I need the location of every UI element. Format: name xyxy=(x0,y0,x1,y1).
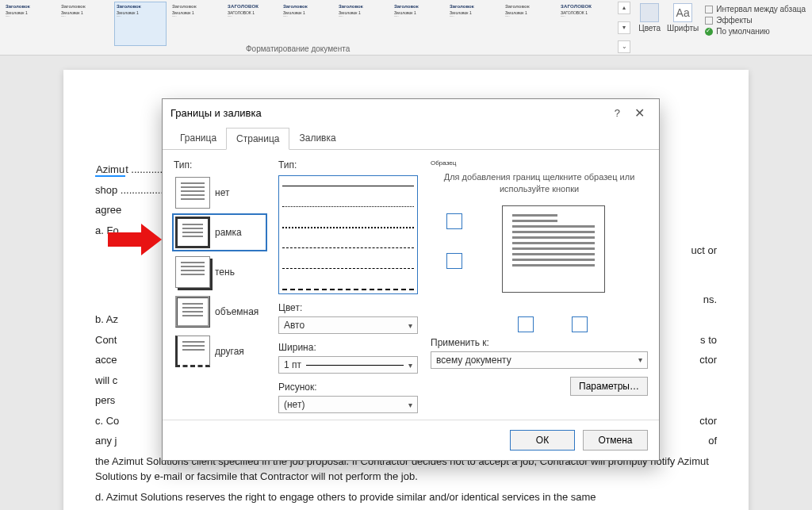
custom-icon xyxy=(175,336,210,367)
sample-hint: Для добавления границ щелкните образец и… xyxy=(431,171,648,196)
art-select[interactable]: (нет) xyxy=(278,396,418,413)
art-label: Рисунок: xyxy=(278,382,418,393)
style-card[interactable]: ЗаголовокЗаголовок 1····· xyxy=(336,2,389,46)
fonts-icon: Aa xyxy=(673,3,692,22)
style-column: Тип: Цвет: Авто Ширина: 1 пт Рисунок: ( xyxy=(278,159,418,413)
style-card[interactable]: ЗаголовокЗаголовок 1····· xyxy=(114,2,167,46)
setting-box[interactable]: рамка xyxy=(174,215,266,250)
style-card[interactable]: ЗАГОЛОВОКЗАГОЛОВОК 1····· xyxy=(225,2,278,46)
close-button[interactable]: ✕ xyxy=(628,105,651,121)
colors-button[interactable]: Цвета xyxy=(638,3,661,33)
edge-bottom-button[interactable] xyxy=(446,253,462,269)
apply-to-select[interactable]: всему документу xyxy=(431,351,648,369)
setting-label: Тип: xyxy=(174,159,266,171)
line-style-list[interactable] xyxy=(278,175,418,294)
apply-label: Применить к: xyxy=(431,337,489,348)
spacing-icon xyxy=(705,6,713,13)
edge-right-button[interactable] xyxy=(572,316,588,332)
tab-page[interactable]: Страница xyxy=(226,128,289,150)
ok-button[interactable]: ОК xyxy=(510,430,575,451)
dialog-titlebar: Границы и заливка ? ✕ xyxy=(163,99,659,127)
check-icon xyxy=(705,28,713,36)
preview-page[interactable] xyxy=(502,205,605,293)
ribbon-group-label: Форматирование документа xyxy=(246,44,350,53)
style-card[interactable]: ЗаголовокЗаголовок 1····· xyxy=(392,2,444,46)
effects-button[interactable]: Эффекты xyxy=(705,16,806,25)
setting-none[interactable]: нет xyxy=(174,175,266,210)
dialog-footer: ОК Отмена xyxy=(163,420,659,460)
cancel-button[interactable]: Отмена xyxy=(583,430,648,451)
setting-shadow[interactable]: тень xyxy=(174,255,266,290)
edge-top-button[interactable] xyxy=(446,213,462,229)
none-icon xyxy=(175,177,210,209)
sample-label: Образец xyxy=(431,159,648,167)
fonts-button[interactable]: AaШрифты xyxy=(667,3,699,33)
width-label: Ширина: xyxy=(278,342,418,353)
callout-arrow-icon xyxy=(108,224,163,255)
options-button[interactable]: Параметры… xyxy=(570,377,648,396)
effects-icon xyxy=(705,17,713,25)
style-card[interactable]: ЗаголовокЗаголовок 1····· xyxy=(3,2,56,46)
color-label: Цвет: xyxy=(278,302,418,313)
dialog-tabs: Граница Страница Заливка xyxy=(163,127,659,150)
style-card[interactable]: ЗаголовокЗаголовок 1····· xyxy=(503,2,555,46)
palette-icon xyxy=(640,3,659,22)
set-default-button[interactable]: По умолчанию xyxy=(705,27,806,36)
gallery-expand-button[interactable]: ⌄ xyxy=(618,40,630,53)
shadow-icon xyxy=(175,256,210,288)
paragraph-spacing-button[interactable]: Интервал между абзаца xyxy=(705,5,806,13)
setting-3d[interactable]: объемная xyxy=(174,294,266,329)
ribbon-right: Цвета AaШрифты Интервал между абзаца Эфф… xyxy=(632,0,812,55)
borders-shading-dialog: Границы и заливка ? ✕ Граница Страница З… xyxy=(162,98,660,461)
gallery-scroll: ▴ ▾ ⌄ xyxy=(618,0,632,55)
threeD-icon xyxy=(175,296,210,328)
tab-fill[interactable]: Заливка xyxy=(289,128,345,150)
help-button[interactable]: ? xyxy=(607,107,628,119)
linestyle-label: Тип: xyxy=(278,159,418,171)
preview-column: Образец Для добавления границ щелкните о… xyxy=(431,159,648,413)
setting-column: Тип: нет рамка тень объемная другая xyxy=(174,159,266,413)
preview-area xyxy=(431,205,648,309)
dialog-title: Границы и заливка xyxy=(170,107,607,119)
ribbon: ЗаголовокЗаголовок 1····· ЗаголовокЗагол… xyxy=(0,0,812,56)
tab-border[interactable]: Граница xyxy=(170,128,226,150)
scroll-up-button[interactable]: ▴ xyxy=(618,2,630,14)
style-card[interactable]: ЗаголовокЗаголовок 1····· xyxy=(447,2,500,46)
width-select[interactable]: 1 пт xyxy=(278,356,418,374)
style-card[interactable]: ЗаголовокЗаголовок 1····· xyxy=(170,2,222,46)
style-card[interactable]: ЗАГОЛОВОКЗАГОЛОВОК 1····· xyxy=(558,2,611,46)
color-select[interactable]: Авто xyxy=(278,316,418,334)
box-icon xyxy=(175,217,210,248)
edge-left-button[interactable] xyxy=(518,316,534,332)
style-card[interactable]: ЗаголовокЗаголовок 1····· xyxy=(59,2,111,46)
scroll-down-button[interactable]: ▾ xyxy=(618,21,630,34)
style-card[interactable]: ЗаголовокЗаголовок 1····· xyxy=(281,2,333,46)
setting-custom[interactable]: другая xyxy=(174,334,266,369)
